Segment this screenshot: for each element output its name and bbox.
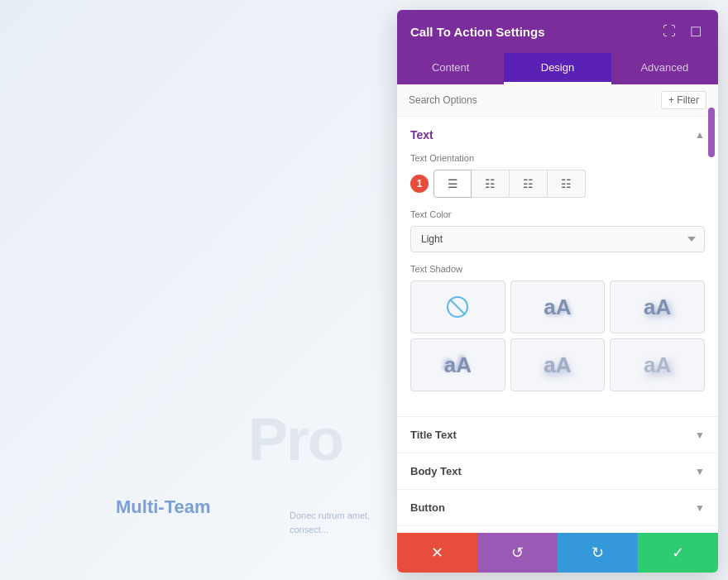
body-text-label: Body Text: [410, 465, 462, 477]
shadow-deep[interactable]: aA: [510, 338, 606, 391]
shadow-inner[interactable]: aA: [410, 338, 505, 391]
bg-label: Multi-Team: [116, 496, 210, 518]
align-right-button[interactable]: ☷: [510, 170, 548, 198]
expand-icon[interactable]: ☐: [687, 22, 705, 41]
panel-header: Call To Action Settings ⛶ ☐: [397, 10, 718, 53]
bg-large-text: Pro: [248, 405, 342, 473]
shadow-grid: aA aA aA aA aA: [410, 280, 705, 391]
text-section-title: Text: [410, 128, 433, 141]
shadow-label: Text Shadow: [410, 264, 705, 274]
tab-design[interactable]: Design: [504, 53, 611, 84]
button-label: Button: [410, 501, 445, 514]
tab-content[interactable]: Content: [397, 53, 504, 84]
header-icons: ⛶ ☐: [660, 22, 705, 41]
bg-body-text: Donec rutrum amet, consect...: [290, 509, 397, 536]
shadow-none[interactable]: [410, 280, 505, 333]
scroll-handle[interactable]: [708, 108, 715, 157]
button-chevron-icon: ▼: [695, 502, 705, 514]
text-color-group: Text Color Light Dark: [410, 209, 705, 252]
orientation-badge: 1: [410, 175, 429, 193]
body-text-chevron-icon: ▼: [695, 466, 705, 477]
sizing-header[interactable]: Sizing ▼: [397, 526, 718, 533]
settings-panel: Call To Action Settings ⛶ ☐ Content Desi…: [397, 10, 718, 573]
title-text-label: Title Text: [410, 429, 457, 441]
filter-button[interactable]: + Filter: [661, 91, 706, 109]
color-label: Text Color: [410, 209, 705, 219]
button-header[interactable]: Button ▼: [397, 490, 718, 525]
tab-bar: Content Design Advanced: [397, 53, 718, 84]
shadow-heavy[interactable]: aA: [610, 338, 705, 391]
orientation-label: Text Orientation: [410, 153, 705, 163]
text-section-header[interactable]: Text ▲: [397, 117, 718, 150]
cancel-button[interactable]: ✕: [397, 533, 477, 573]
sizing-section: Sizing ▼: [397, 526, 718, 533]
orientation-buttons: ☰ ☷ ☷ ☷: [433, 170, 586, 198]
svg-line-1: [450, 300, 465, 314]
bottom-bar: ✕ ↺ ↻ ✓: [397, 533, 718, 573]
reset-button[interactable]: ↺: [477, 533, 558, 573]
fullscreen-icon[interactable]: ⛶: [660, 22, 678, 41]
panel-title: Call To Action Settings: [410, 25, 545, 39]
panel-body: Text ▲ Text Orientation 1 ☰ ☷ ☷ ☷: [397, 117, 718, 533]
text-orientation-group: Text Orientation 1 ☰ ☷ ☷ ☷: [410, 153, 705, 198]
text-chevron-icon: ▲: [695, 129, 705, 141]
align-left-button[interactable]: ☰: [433, 170, 472, 198]
text-section-content: Text Orientation 1 ☰ ☷ ☷ ☷ Text Color: [397, 150, 718, 416]
body-text-header[interactable]: Body Text ▼: [397, 453, 718, 489]
search-bar: + Filter: [397, 84, 718, 117]
align-justify-button[interactable]: ☷: [548, 170, 586, 198]
save-button[interactable]: ✓: [638, 533, 718, 573]
background-page: Pro Multi-Team Donec rutrum amet, consec…: [0, 0, 397, 580]
tab-advanced[interactable]: Advanced: [611, 53, 718, 84]
title-text-header[interactable]: Title Text ▼: [397, 417, 718, 453]
shadow-medium[interactable]: aA: [610, 280, 705, 333]
align-center-button[interactable]: ☷: [472, 170, 510, 198]
color-select[interactable]: Light Dark: [410, 226, 705, 252]
redo-button[interactable]: ↻: [558, 533, 638, 573]
title-text-section: Title Text ▼: [397, 417, 718, 453]
search-input[interactable]: [409, 94, 661, 106]
title-text-chevron-icon: ▼: [695, 429, 705, 441]
shadow-soft[interactable]: aA: [510, 280, 606, 333]
orientation-row: 1 ☰ ☷ ☷ ☷: [410, 170, 705, 198]
text-section: Text ▲ Text Orientation 1 ☰ ☷ ☷ ☷: [397, 117, 718, 417]
button-section: Button ▼: [397, 490, 718, 526]
body-text-section: Body Text ▼: [397, 453, 718, 490]
text-shadow-group: Text Shadow aA aA: [410, 264, 705, 391]
